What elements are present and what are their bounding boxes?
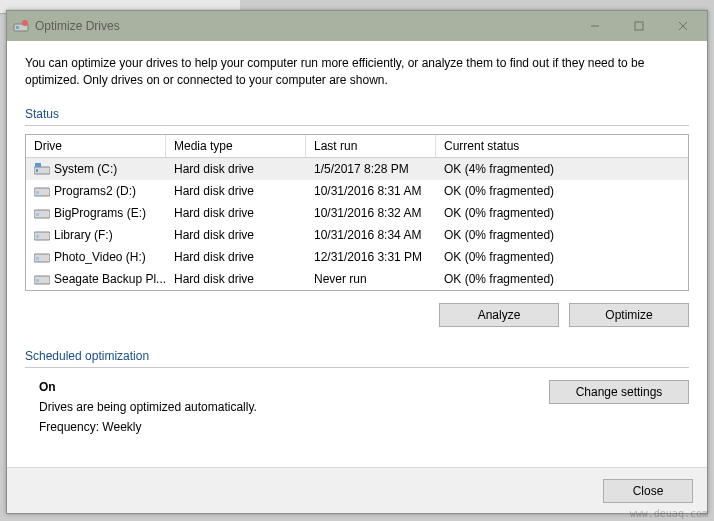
current-status: OK (0% fragmented) xyxy=(436,226,688,244)
svg-rect-17 xyxy=(36,257,39,260)
svg-rect-4 xyxy=(635,22,643,30)
drive-icon xyxy=(34,163,50,175)
divider xyxy=(25,367,689,368)
drive-icon xyxy=(34,207,50,219)
current-status: OK (0% fragmented) xyxy=(436,270,688,288)
current-status: OK (4% fragmented) xyxy=(436,160,688,178)
media-type: Hard disk drive xyxy=(166,270,306,288)
col-media[interactable]: Media type xyxy=(166,135,306,157)
svg-rect-9 xyxy=(35,163,41,167)
analyze-button[interactable]: Analyze xyxy=(439,303,559,327)
svg-rect-8 xyxy=(36,169,38,172)
status-section: Status Drive Media type Last run Current… xyxy=(25,107,689,349)
svg-rect-1 xyxy=(16,26,19,29)
drive-name: BigPrograms (E:) xyxy=(54,206,146,220)
col-status[interactable]: Current status xyxy=(436,135,688,157)
close-window-button[interactable] xyxy=(661,12,705,40)
optimize-drives-window: Optimize Drives You can optimize your dr… xyxy=(6,10,708,514)
media-type: Hard disk drive xyxy=(166,182,306,200)
media-type: Hard disk drive xyxy=(166,248,306,266)
svg-rect-11 xyxy=(36,191,39,194)
schedule-heading: Scheduled optimization xyxy=(25,349,689,363)
table-row[interactable]: Library (F:)Hard disk drive10/31/2016 8:… xyxy=(26,224,688,246)
window-content: You can optimize your drives to help you… xyxy=(7,41,707,467)
svg-rect-19 xyxy=(36,279,39,282)
media-type: Hard disk drive xyxy=(166,204,306,222)
last-run: 10/31/2016 8:31 AM xyxy=(306,182,436,200)
table-row[interactable]: System (C:)Hard disk drive1/5/2017 8:28 … xyxy=(26,158,688,180)
optimize-button[interactable]: Optimize xyxy=(569,303,689,327)
col-lastrun[interactable]: Last run xyxy=(306,135,436,157)
svg-rect-15 xyxy=(36,235,39,238)
minimize-button[interactable] xyxy=(573,12,617,40)
svg-point-2 xyxy=(22,20,28,26)
schedule-line2: Frequency: Weekly xyxy=(39,420,549,434)
divider xyxy=(25,125,689,126)
last-run: 12/31/2016 3:31 PM xyxy=(306,248,436,266)
description-text: You can optimize your drives to help you… xyxy=(25,55,689,89)
schedule-state: On xyxy=(39,380,549,394)
drive-name: Library (F:) xyxy=(54,228,113,242)
app-icon xyxy=(13,18,29,34)
media-type: Hard disk drive xyxy=(166,226,306,244)
last-run: Never run xyxy=(306,270,436,288)
action-button-row: Analyze Optimize xyxy=(25,303,689,327)
drive-name: Photo_Video (H:) xyxy=(54,250,146,264)
svg-rect-13 xyxy=(36,213,39,216)
last-run: 10/31/2016 8:32 AM xyxy=(306,204,436,222)
drive-name: Programs2 (D:) xyxy=(54,184,136,198)
last-run: 10/31/2016 8:34 AM xyxy=(306,226,436,244)
last-run: 1/5/2017 8:28 PM xyxy=(306,160,436,178)
drive-name: System (C:) xyxy=(54,162,117,176)
current-status: OK (0% fragmented) xyxy=(436,204,688,222)
maximize-button[interactable] xyxy=(617,12,661,40)
drive-icon xyxy=(34,251,50,263)
status-heading: Status xyxy=(25,107,689,121)
change-settings-button[interactable]: Change settings xyxy=(549,380,689,404)
table-header: Drive Media type Last run Current status xyxy=(26,135,688,158)
drive-table: Drive Media type Last run Current status… xyxy=(25,134,689,291)
table-row[interactable]: Seagate Backup Pl...Hard disk driveNever… xyxy=(26,268,688,290)
close-button[interactable]: Close xyxy=(603,479,693,503)
current-status: OK (0% fragmented) xyxy=(436,182,688,200)
drive-icon xyxy=(34,185,50,197)
media-type: Hard disk drive xyxy=(166,160,306,178)
window-title: Optimize Drives xyxy=(35,19,573,33)
table-row[interactable]: Photo_Video (H:)Hard disk drive12/31/201… xyxy=(26,246,688,268)
table-row[interactable]: BigPrograms (E:)Hard disk drive10/31/201… xyxy=(26,202,688,224)
col-drive[interactable]: Drive xyxy=(26,135,166,157)
titlebar: Optimize Drives xyxy=(7,11,707,41)
drive-name: Seagate Backup Pl... xyxy=(54,272,166,286)
drive-icon xyxy=(34,229,50,241)
schedule-text: On Drives are being optimized automatica… xyxy=(39,380,549,440)
schedule-section: Scheduled optimization On Drives are bei… xyxy=(25,349,689,440)
current-status: OK (0% fragmented) xyxy=(436,248,688,266)
watermark: www.deuaq.com xyxy=(630,508,708,519)
table-body: System (C:)Hard disk drive1/5/2017 8:28 … xyxy=(26,158,688,290)
footer-bar: Close xyxy=(7,467,707,513)
schedule-line1: Drives are being optimized automatically… xyxy=(39,400,549,414)
table-row[interactable]: Programs2 (D:)Hard disk drive10/31/2016 … xyxy=(26,180,688,202)
drive-icon xyxy=(34,273,50,285)
